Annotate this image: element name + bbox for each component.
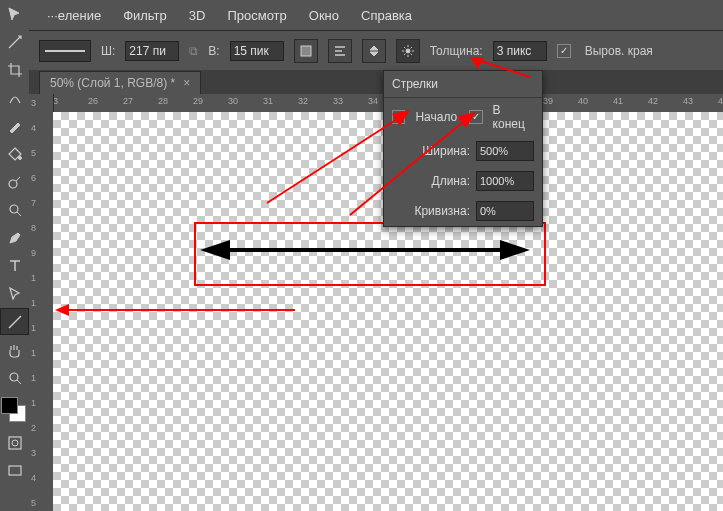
color-swatches[interactable] xyxy=(1,397,27,423)
fill-mode-icon[interactable] xyxy=(294,39,318,63)
align-edges-checkbox[interactable] xyxy=(557,44,571,58)
svg-point-2 xyxy=(10,205,18,213)
popup-length-label: Длина: xyxy=(432,174,470,188)
menu-window[interactable]: Окно xyxy=(309,8,339,23)
swatch-foreground[interactable] xyxy=(1,397,18,414)
thickness-input[interactable] xyxy=(493,41,547,61)
ruler-vertical: 34567891111112345 xyxy=(29,94,54,511)
end-label: В конец xyxy=(493,103,534,131)
start-label: Начало xyxy=(415,110,457,124)
arrange-icon[interactable] xyxy=(362,39,386,63)
link-icon[interactable]: ⧉ xyxy=(189,44,198,58)
svg-point-5 xyxy=(12,440,18,446)
annotation-box xyxy=(194,222,546,286)
tool-hand[interactable] xyxy=(0,336,29,363)
start-checkbox[interactable] xyxy=(392,110,405,124)
align-icon[interactable] xyxy=(328,39,352,63)
document-tab[interactable]: 50% (Слой 1, RGB/8) * × xyxy=(39,71,201,94)
document-tabs: 50% (Слой 1, RGB/8) * × xyxy=(29,70,723,94)
tool-brush[interactable] xyxy=(0,112,29,139)
height-input[interactable] xyxy=(230,41,284,61)
svg-rect-4 xyxy=(9,437,21,449)
tool-move[interactable] xyxy=(0,0,29,27)
popup-width-label: Ширина: xyxy=(422,144,470,158)
tool-wand[interactable] xyxy=(0,28,29,55)
tab-title: 50% (Слой 1, RGB/8) * xyxy=(50,76,175,90)
height-label: В: xyxy=(208,44,219,58)
svg-rect-6 xyxy=(9,466,21,475)
tool-zoom[interactable] xyxy=(0,196,29,223)
popup-curve-label: Кривизна: xyxy=(414,204,470,218)
width-input[interactable] xyxy=(125,41,179,61)
quickmask-toggle[interactable] xyxy=(0,429,29,456)
tool-magnify[interactable] xyxy=(0,364,29,391)
tool-crop[interactable] xyxy=(0,56,29,83)
svg-rect-7 xyxy=(301,46,311,56)
tool-dodge[interactable] xyxy=(0,168,29,195)
options-bar: Ш: ⧉ В: Толщина: Выров. края xyxy=(29,30,723,72)
tool-heal[interactable] xyxy=(0,84,29,111)
stroke-preview[interactable] xyxy=(39,40,91,62)
svg-point-1 xyxy=(9,180,17,188)
menu-edit[interactable]: ···еление xyxy=(47,8,101,23)
menu-view[interactable]: Просмотр xyxy=(227,8,286,23)
screenmode-toggle[interactable] xyxy=(0,457,29,484)
menu-bar: ···еление Фильтр 3D Просмотр Окно Справк… xyxy=(29,0,723,30)
svg-point-3 xyxy=(10,373,18,381)
menu-help[interactable]: Справка xyxy=(361,8,412,23)
tool-text[interactable] xyxy=(0,252,29,279)
tool-line[interactable] xyxy=(0,308,29,335)
tool-pen[interactable] xyxy=(0,224,29,251)
gear-icon[interactable] xyxy=(396,39,420,63)
thickness-label: Толщина: xyxy=(430,44,483,58)
end-checkbox[interactable] xyxy=(469,110,482,124)
close-icon[interactable]: × xyxy=(183,76,190,90)
popup-title: Стрелки xyxy=(384,71,542,98)
align-edges-label: Выров. края xyxy=(585,44,653,58)
tool-path-select[interactable] xyxy=(0,280,29,307)
arrows-popup: Стрелки Начало В конец Ширина: Длина: Кр… xyxy=(383,70,543,227)
menu-filter[interactable]: Фильтр xyxy=(123,8,167,23)
popup-width-input[interactable] xyxy=(476,141,534,161)
width-label: Ш: xyxy=(101,44,115,58)
svg-point-0 xyxy=(18,156,21,159)
popup-length-input[interactable] xyxy=(476,171,534,191)
tools-panel xyxy=(0,0,30,511)
svg-point-8 xyxy=(406,49,410,53)
tool-bucket[interactable] xyxy=(0,140,29,167)
menu-3d[interactable]: 3D xyxy=(189,8,206,23)
popup-curve-input[interactable] xyxy=(476,201,534,221)
